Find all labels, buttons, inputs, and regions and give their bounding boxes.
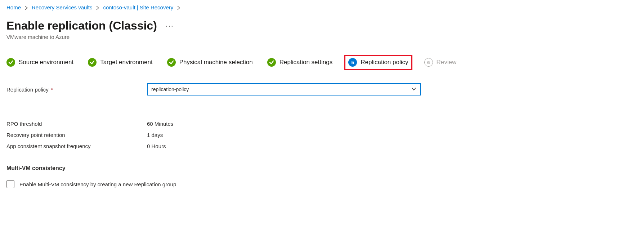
more-actions-button[interactable]: ··· — [166, 22, 174, 30]
replication-policy-dropdown[interactable]: replication-policy — [147, 83, 421, 95]
page-title: Enable replication (Classic) — [6, 19, 157, 32]
chevron-down-icon — [411, 86, 416, 93]
breadcrumb-home[interactable]: Home — [6, 4, 21, 10]
breadcrumb-rsv[interactable]: Recovery Services vaults — [32, 4, 92, 10]
chevron-right-icon — [177, 4, 180, 10]
step-number-icon: 6 — [424, 58, 433, 67]
snapshot-frequency-value: 0 Hours — [147, 143, 166, 149]
chevron-right-icon — [96, 4, 99, 10]
step-label: Replication policy — [361, 59, 408, 66]
rpo-threshold-value: 60 Minutes — [147, 121, 173, 127]
snapshot-frequency-label: App consistent snapshot frequency — [6, 143, 147, 149]
page-subtitle: VMware machine to Azure — [6, 34, 638, 40]
multi-vm-checkbox-label: Enable Multi-VM consistency by creating … — [19, 181, 176, 187]
step-label: Target environment — [100, 59, 153, 66]
step-number-icon: 5 — [348, 58, 357, 67]
check-icon — [6, 58, 15, 67]
step-replication-policy[interactable]: 5 Replication policy — [347, 57, 410, 67]
step-target-environment[interactable]: Target environment — [88, 58, 153, 67]
step-label: Review — [437, 59, 457, 66]
check-icon — [167, 58, 176, 67]
step-replication-settings[interactable]: Replication settings — [267, 58, 332, 67]
step-label: Physical machine selection — [179, 59, 253, 66]
breadcrumb: Home Recovery Services vaults contoso-va… — [6, 4, 638, 10]
multi-vm-heading: Multi-VM consistency — [6, 165, 638, 172]
dropdown-value: replication-policy — [151, 86, 189, 92]
recovery-retention-value: 1 days — [147, 132, 163, 138]
check-icon — [267, 58, 276, 67]
replication-policy-label: Replication policy * — [6, 86, 147, 93]
recovery-retention-label: Recovery point retention — [6, 132, 147, 138]
check-icon — [88, 58, 97, 67]
rpo-threshold-label: RPO threshold — [6, 121, 147, 127]
step-source-environment[interactable]: Source environment — [6, 58, 73, 67]
step-label: Replication settings — [279, 59, 332, 66]
step-label: Source environment — [19, 59, 73, 66]
chevron-right-icon — [24, 4, 28, 10]
breadcrumb-vault[interactable]: contoso-vault | Site Recovery — [103, 4, 173, 10]
required-asterisk: * — [49, 86, 53, 93]
step-physical-machine-selection[interactable]: Physical machine selection — [167, 58, 253, 67]
step-review: 6 Review — [424, 58, 457, 67]
multi-vm-checkbox[interactable] — [6, 180, 14, 188]
wizard-steps: Source environment Target environment Ph… — [6, 57, 638, 67]
